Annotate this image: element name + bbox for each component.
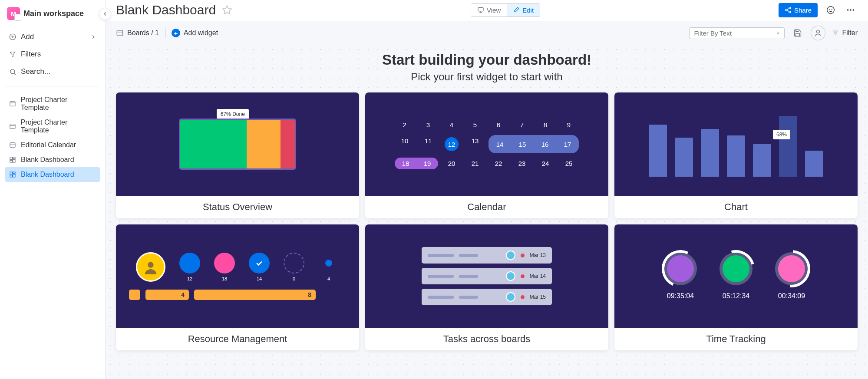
time-tracking-item: 09:35:04 (664, 252, 697, 300)
nav-filters-label: Filters (21, 50, 41, 59)
sidebar-item-board[interactable]: Editorial Calendar (5, 138, 100, 152)
widget-label: Calendar (365, 196, 608, 218)
canvas: Start building your dashboard! Pick your… (106, 45, 868, 379)
svg-marker-3 (10, 52, 15, 57)
topbar: Blank Dashboard View Edit Share (106, 0, 868, 21)
edit-icon (513, 7, 520, 13)
time-value: 05:12:34 (723, 292, 749, 300)
search-icon (776, 30, 780, 36)
resource-bar-med: 4 (145, 290, 189, 300)
svg-point-30 (829, 9, 830, 10)
avatar (136, 252, 165, 282)
sidebar-item-board[interactable]: Blank Dashboard (5, 167, 100, 182)
board-icon (9, 142, 17, 148)
workspace-icon: M (7, 7, 20, 20)
widget-label: Chart (614, 196, 858, 218)
svg-rect-19 (10, 175, 12, 177)
widget-grid: 67% Done Status Overview 234567891011121… (116, 92, 858, 350)
svg-rect-18 (13, 174, 15, 177)
widget-preview: 09:35:0405:12:3400:34:09 (614, 224, 858, 328)
board-icon (9, 123, 17, 130)
save-icon[interactable] (791, 26, 805, 40)
board-label: Editorial Calendar (21, 141, 76, 149)
avatar (506, 250, 515, 260)
svg-point-37 (777, 32, 779, 34)
workspace-title: Main workspace (23, 9, 84, 18)
nav-search[interactable]: Search... (5, 63, 100, 80)
sidebar-item-board[interactable]: Blank Dashboard (5, 152, 100, 167)
widget-time-tracking[interactable]: 09:35:0405:12:3400:34:09 Time Tracking (614, 224, 858, 350)
user-avatar[interactable] (811, 26, 825, 40)
boards-count[interactable]: Boards / 1 (116, 29, 159, 37)
widget-calendar[interactable]: 2345678910111213141516171819202122232425… (365, 92, 608, 218)
time-tracking-row: 09:35:0405:12:3400:34:09 (664, 252, 808, 300)
filter-button[interactable]: Filter (832, 29, 858, 37)
battery-icon (179, 119, 296, 170)
widget-tasks-across-boards[interactable]: Mar 13Mar 14Mar 15 Tasks across boards (365, 224, 608, 350)
chart-bar (727, 135, 745, 177)
svg-point-26 (789, 11, 791, 13)
widget-status-overview[interactable]: 67% Done Status Overview (116, 92, 359, 218)
filter-icon (832, 29, 839, 37)
widget-chart[interactable]: 68% Chart (614, 92, 858, 218)
chart-bar (805, 151, 823, 177)
filter-text-input[interactable] (689, 27, 785, 39)
svg-rect-35 (117, 30, 123, 36)
star-icon[interactable] (222, 5, 232, 15)
search-icon (9, 68, 17, 76)
sidebar-item-board[interactable]: Project Charter Template (5, 92, 100, 115)
time-avatar (719, 252, 752, 285)
filter-icon (9, 51, 17, 58)
widget-label: Tasks across boards (365, 328, 608, 350)
status-tooltip: 67% Done (217, 109, 249, 119)
board-label: Blank Dashboard (21, 156, 74, 164)
board-icon (9, 156, 17, 163)
chart-bar (701, 129, 719, 177)
collapse-sidebar-button[interactable] (99, 8, 111, 20)
svg-rect-16 (10, 172, 12, 174)
sidebar-nav: Add Filters Search... (5, 29, 100, 80)
share-button[interactable]: Share (779, 3, 818, 17)
filter-text-field[interactable] (694, 30, 776, 37)
widget-label: Time Tracking (614, 328, 858, 350)
svg-point-32 (847, 9, 849, 11)
view-button[interactable]: View (471, 4, 507, 16)
bar-chart: 68% (644, 112, 828, 177)
svg-point-33 (850, 9, 851, 11)
time-tracking-item: 00:34:09 (775, 252, 808, 300)
divider (5, 86, 100, 86)
resource-circles: 12181404 (129, 252, 346, 282)
view-edit-toggle: View Edit (471, 3, 540, 17)
avatar (506, 271, 515, 281)
widget-preview: 68% (614, 92, 858, 196)
time-value: 09:35:04 (667, 292, 694, 300)
more-menu-icon[interactable] (844, 3, 858, 17)
add-widget-button[interactable]: + Add widget (172, 29, 218, 37)
edit-button[interactable]: Edit (507, 4, 540, 16)
sidebar: M Main workspace Add Filters Search... P… (0, 0, 106, 379)
topbar-right: Share (779, 3, 858, 17)
svg-point-43 (148, 262, 153, 267)
svg-rect-17 (13, 172, 15, 173)
workspace-header[interactable]: M Main workspace (5, 7, 100, 20)
svg-point-4 (10, 69, 14, 73)
time-value: 00:34:09 (778, 292, 805, 300)
share-label: Share (794, 7, 812, 14)
main: Blank Dashboard View Edit Share (106, 0, 868, 379)
nav-add-label: Add (21, 33, 34, 41)
resource-bar-large: 8 (194, 290, 316, 300)
task-date: Mar 14 (530, 273, 546, 279)
task-list: Mar 13Mar 14Mar 15 (422, 247, 552, 305)
smiley-icon[interactable] (824, 3, 838, 17)
widget-preview: 12181404 4 8 (116, 224, 359, 328)
chart-bar (753, 144, 771, 177)
nav-filters[interactable]: Filters (5, 46, 100, 63)
nav-add[interactable]: Add (5, 29, 100, 45)
widget-label: Resource Management (116, 328, 359, 350)
time-avatar (775, 252, 808, 285)
sidebar-item-board[interactable]: Project Charter Template (5, 115, 100, 138)
widget-preview: 67% Done (116, 92, 359, 196)
monitor-icon (477, 7, 484, 13)
widget-resource-management[interactable]: 12181404 4 8 Resource Management (116, 224, 359, 350)
svg-rect-21 (478, 8, 483, 11)
